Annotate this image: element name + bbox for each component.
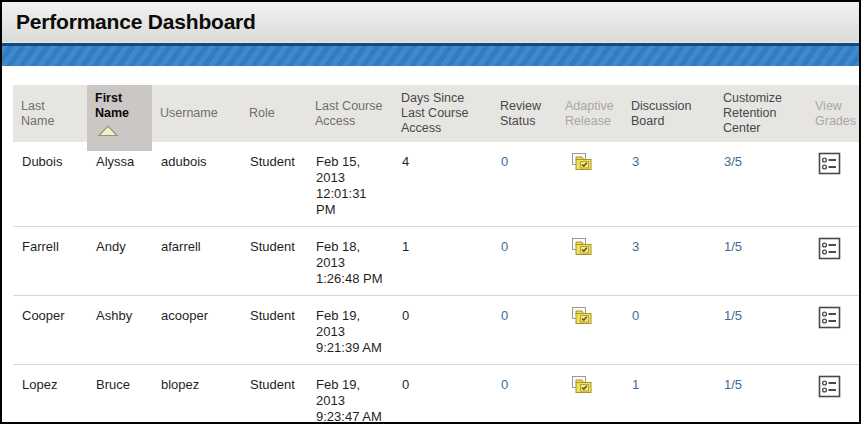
cell-last-name: Lopez xyxy=(13,365,87,424)
discussion-board-link[interactable]: 1 xyxy=(623,365,715,424)
column-header-days-since-last-course-access[interactable]: Days Since Last Course Access xyxy=(393,85,492,142)
cell-view-grades xyxy=(807,227,861,296)
table-row: Lopez Bruce blopez Student Feb 19, 2013 … xyxy=(13,365,861,424)
cell-role: Student xyxy=(241,142,307,227)
cell-last-course-access: Feb 18, 2013 1:26:48 PM xyxy=(307,227,393,296)
cell-view-grades xyxy=(807,142,861,227)
column-header-adaptive-release: Adaptive Release xyxy=(557,85,623,142)
sort-ascending-icon xyxy=(97,124,119,137)
column-header-label: First Name xyxy=(95,91,144,121)
discussion-board-link[interactable]: 0 xyxy=(623,296,715,365)
cell-first-name: Ashby xyxy=(87,296,152,365)
column-header-review-status[interactable]: Review Status xyxy=(492,85,557,142)
performance-dashboard-window: Performance Dashboard Last Name First Na… xyxy=(0,0,861,424)
column-header-username[interactable]: Username xyxy=(152,85,241,142)
review-status-link[interactable]: 0 xyxy=(492,296,557,365)
title-bar: Performance Dashboard xyxy=(2,2,859,43)
table-row: Cooper Ashby acooper Student Feb 19, 201… xyxy=(13,296,861,365)
review-status-link[interactable]: 0 xyxy=(492,142,557,227)
cell-adaptive-release xyxy=(557,365,623,424)
discussion-board-link[interactable]: 3 xyxy=(623,142,715,227)
table-header: Last Name First Name Username Role Last … xyxy=(13,85,861,142)
cell-last-name: Dubois xyxy=(13,142,87,227)
column-header-first-name[interactable]: First Name xyxy=(87,85,152,142)
cell-last-course-access: Feb 19, 2013 9:23:47 AM xyxy=(307,365,393,424)
view-grades-icon[interactable] xyxy=(818,237,841,260)
adaptive-release-folder-icon[interactable] xyxy=(571,152,594,172)
review-status-link[interactable]: 0 xyxy=(492,365,557,424)
view-grades-icon[interactable] xyxy=(818,375,841,398)
cell-last-course-access: Feb 19, 2013 9:21:39 AM xyxy=(307,296,393,365)
retention-center-link[interactable]: 1/5 xyxy=(715,296,807,365)
retention-center-link[interactable]: 1/5 xyxy=(715,227,807,296)
column-header-customize-retention-center[interactable]: Customize Retention Center xyxy=(715,85,807,142)
column-header-last-course-access[interactable]: Last Course Access xyxy=(307,85,393,142)
cell-role: Student xyxy=(241,296,307,365)
column-header-last-name[interactable]: Last Name xyxy=(13,85,87,142)
view-grades-icon[interactable] xyxy=(818,306,841,329)
cell-adaptive-release xyxy=(557,142,623,227)
cell-username: acooper xyxy=(152,296,241,365)
cell-days-since-last-course-access: 1 xyxy=(393,227,492,296)
table-body: Dubois Alyssa adubois Student Feb 15, 20… xyxy=(13,142,861,424)
cell-username: blopez xyxy=(152,365,241,424)
cell-first-name: Alyssa xyxy=(87,142,152,227)
page-title: Performance Dashboard xyxy=(16,10,256,34)
retention-center-link[interactable]: 3/5 xyxy=(715,142,807,227)
action-bar xyxy=(2,43,859,66)
column-header-view-grades: View Grades xyxy=(807,85,861,142)
cell-first-name: Bruce xyxy=(87,365,152,424)
cell-username: adubois xyxy=(152,142,241,227)
cell-role: Student xyxy=(241,227,307,296)
table-row: Dubois Alyssa adubois Student Feb 15, 20… xyxy=(13,142,861,227)
adaptive-release-folder-icon[interactable] xyxy=(571,375,594,395)
cell-adaptive-release xyxy=(557,227,623,296)
cell-last-name: Cooper xyxy=(13,296,87,365)
adaptive-release-folder-icon[interactable] xyxy=(571,306,594,326)
performance-table: Last Name First Name Username Role Last … xyxy=(13,85,861,424)
cell-days-since-last-course-access: 0 xyxy=(393,296,492,365)
column-header-role[interactable]: Role xyxy=(241,85,307,142)
review-status-link[interactable]: 0 xyxy=(492,227,557,296)
cell-last-name: Farrell xyxy=(13,227,87,296)
cell-username: afarrell xyxy=(152,227,241,296)
cell-view-grades xyxy=(807,296,861,365)
cell-adaptive-release xyxy=(557,296,623,365)
discussion-board-link[interactable]: 3 xyxy=(623,227,715,296)
view-grades-icon[interactable] xyxy=(818,152,841,175)
cell-first-name: Andy xyxy=(87,227,152,296)
column-header-discussion-board[interactable]: Discussion Board xyxy=(623,85,715,142)
adaptive-release-folder-icon[interactable] xyxy=(571,237,594,257)
cell-days-since-last-course-access: 4 xyxy=(393,142,492,227)
cell-role: Student xyxy=(241,365,307,424)
retention-center-link[interactable]: 1/5 xyxy=(715,365,807,424)
cell-view-grades xyxy=(807,365,861,424)
table-row: Farrell Andy afarrell Student Feb 18, 20… xyxy=(13,227,861,296)
dashboard-content: Last Name First Name Username Role Last … xyxy=(13,85,859,424)
cell-days-since-last-course-access: 0 xyxy=(393,365,492,424)
cell-last-course-access: Feb 15, 2013 12:01:31 PM xyxy=(307,142,393,227)
